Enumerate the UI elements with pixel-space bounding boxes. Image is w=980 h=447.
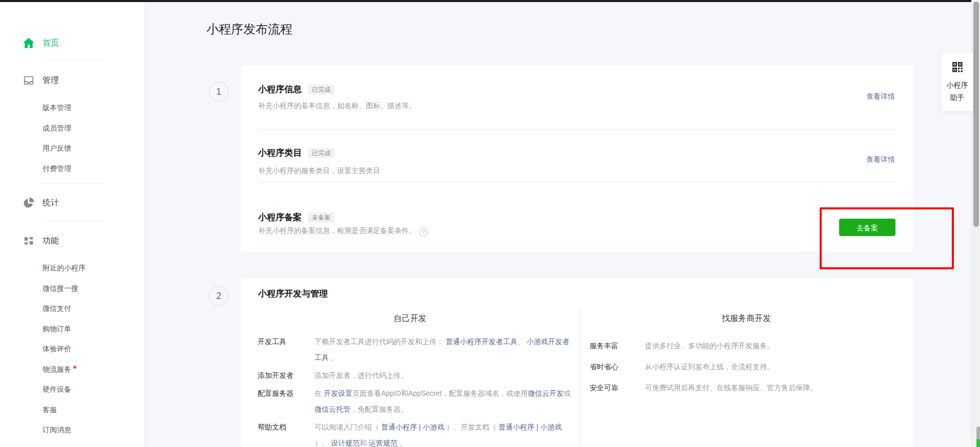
- status-badge: 已完成: [308, 84, 335, 95]
- sidebar-item-label: 用户反馈: [43, 144, 71, 152]
- row-label: 添加开发者: [258, 368, 315, 384]
- sidebar-item-label: 成员管理: [43, 124, 71, 132]
- sidebar-item-experience-review[interactable]: 体验评价: [0, 339, 144, 359]
- text: 、: [517, 337, 527, 346]
- sidebar-item-home[interactable]: 首页: [0, 33, 144, 53]
- sidebar-item-hardware-devices[interactable]: 硬件设备: [0, 379, 144, 400]
- row-description: 下载开发者工具进行代码的开发和上传： 普通小程序开发者工具、 小游戏开发者工具 …: [315, 334, 573, 366]
- sidebar-item-version-manage[interactable]: 版本管理: [0, 98, 144, 118]
- home-icon: [23, 37, 34, 49]
- text: ，免配置服务器。: [350, 405, 408, 413]
- scrollbar-thumb[interactable]: [973, 2, 979, 227]
- inbox-icon: [23, 75, 34, 86]
- docs-miniprogram-link[interactable]: 普通小程序: [498, 423, 534, 431]
- row-label: 帮助文档: [258, 419, 315, 447]
- text: 和: [360, 439, 369, 447]
- service-provider-rows: 服务丰富 提供多行业、多功能的小程序开发服务。 省时省心 从小程序认证到发布上线…: [590, 340, 897, 403]
- sidebar-item-subscribe-message[interactable]: 订阅消息: [0, 420, 144, 440]
- intro-minigame-link[interactable]: 小游戏: [423, 423, 444, 431]
- column-header-service-provider: 找服务商开发: [579, 313, 913, 324]
- divider: [43, 60, 105, 61]
- help-icon[interactable]: ?: [419, 228, 428, 237]
- section-info-title-row: 小程序信息 已完成: [258, 83, 335, 95]
- sidebar-item-label: 微信搜一搜: [43, 284, 78, 292]
- sidebar-item-label: 首页: [43, 38, 59, 49]
- operation-guidelines-link[interactable]: 运营规范: [369, 439, 398, 447]
- pie-chart-icon: [23, 197, 34, 208]
- miniprogram-devtools-link[interactable]: 普通小程序开发者工具: [446, 337, 517, 346]
- sidebar-item-label: 管理: [43, 75, 59, 86]
- qr-code-icon: [951, 60, 964, 76]
- row-add-developer: 添加开发者 添加开发者，进行代码上传。: [258, 368, 575, 384]
- publish-steps-card: 小程序信息 已完成 补充小程序的基本信息，如名称、图标、描述等。 查看详情 小程…: [241, 65, 913, 252]
- sidebar-item-label: 版本管理: [43, 103, 71, 112]
- sidebar-item-wechat-search[interactable]: 微信搜一搜: [0, 279, 144, 299]
- cloud-hosting-link[interactable]: 微信云托管: [315, 405, 350, 413]
- text: 可以阅读入门介绍（: [315, 423, 381, 431]
- row-help-docs: 帮助文档 可以阅读入门介绍（ 普通小程序 | 小游戏 ）、开发文档（ 普通小程序…: [258, 419, 575, 447]
- docs-minigame-link[interactable]: 小游戏: [540, 423, 562, 431]
- row-description: 从小程序认证到发布上线，全流程支持。: [645, 361, 774, 372]
- grid-icon: [23, 235, 34, 246]
- cloud-dev-link[interactable]: 微信云开发: [528, 389, 564, 397]
- section-beian-title-row: 小程序备案 未备案: [258, 211, 335, 223]
- section-description: 补充小程序的服务类目，设置主营类目: [258, 166, 380, 176]
- sidebar-item-paid-manage[interactable]: 付费管理: [0, 159, 144, 179]
- sidebar-item-wechat-pay[interactable]: 微信支付: [0, 299, 144, 319]
- sidebar-item-nearby-miniprogram[interactable]: 附近的小程序: [0, 258, 144, 279]
- view-details-link[interactable]: 查看详情: [866, 155, 895, 164]
- mini-program-console: 首页 管理 版本管理 成员管理 用户反馈 付费管理 统计 功能: [0, 0, 980, 447]
- divider: [43, 183, 105, 184]
- sidebar-item-label: 硬件设备: [43, 385, 71, 393]
- row-label: 安全可靠: [590, 382, 645, 393]
- separator: |: [417, 423, 423, 431]
- sidebar-item-customer-service[interactable]: 客服: [0, 400, 144, 420]
- text: 。: [398, 439, 407, 447]
- assistant-label-line1: 小程序: [942, 79, 973, 91]
- text: 或: [564, 389, 571, 397]
- row-safe-reliable: 安全可靠 可免费试用后再支付、在线客服响应、官方售后保障。: [590, 382, 897, 393]
- row-rich-service: 服务丰富 提供多行业、多功能的小程序开发服务。: [590, 340, 897, 351]
- separator: |: [534, 423, 540, 431]
- sidebar-item-label: 购物订单: [43, 325, 71, 333]
- sidebar-item-features[interactable]: 功能: [0, 230, 144, 251]
- sidebar-item-logistics-service[interactable]: 物流服务: [0, 359, 144, 380]
- row-description: 在 开发设置页面查看AppID和AppSecret，配置服务器域名，或使用微信云…: [315, 386, 573, 417]
- sidebar-item-statistics[interactable]: 统计: [0, 193, 144, 213]
- sidebar-item-label: 微信支付: [43, 304, 71, 312]
- sidebar-item-label: 附近的小程序: [43, 264, 86, 272]
- row-label: 配置服务器: [258, 386, 315, 417]
- row-description: 可以阅读入门介绍（ 普通小程序 | 小游戏 ）、开发文档（ 普通小程序 | 小游…: [315, 419, 573, 447]
- corner-floating-widget[interactable]: [976, 427, 980, 447]
- dev-settings-link[interactable]: 开发设置: [324, 389, 352, 397]
- section-description: 补充小程序的备案信息，检测是否满足备案条件。?: [258, 226, 428, 237]
- sidebar-item-manage[interactable]: 管理: [0, 70, 144, 91]
- sidebar-item-member-manage[interactable]: 成员管理: [0, 118, 144, 139]
- section-title: 小程序信息: [258, 83, 302, 95]
- divider: [258, 130, 896, 130]
- row-save-time: 省时省心 从小程序认证到发布上线，全流程支持。: [590, 361, 897, 372]
- intro-miniprogram-link[interactable]: 普通小程序: [381, 423, 417, 431]
- column-header-self-develop: 自己开发: [241, 313, 579, 324]
- column-divider: [579, 307, 580, 447]
- row-configure-server: 配置服务器 在 开发设置页面查看AppID和AppSecret，配置服务器域名，…: [258, 386, 575, 417]
- sidebar-item-user-feedback[interactable]: 用户反馈: [0, 138, 144, 159]
- row-description: 可免费试用后再支付、在线客服响应、官方售后保障。: [645, 382, 817, 393]
- sidebar-item-label: 客服: [43, 406, 57, 414]
- features-sub-list: 附近的小程序 微信搜一搜 微信支付 购物订单 体验评价 物流服务 硬件设备 客服…: [0, 258, 144, 440]
- beian-desc-text: 补充小程序的备案信息，检测是否满足备案条件。: [258, 226, 416, 235]
- new-badge-dot: [73, 366, 76, 369]
- sidebar-item-shopping-orders[interactable]: 购物订单: [0, 319, 144, 339]
- status-badge: 未备案: [308, 212, 335, 223]
- section-category-title-row: 小程序类目 已完成: [258, 147, 335, 159]
- go-beian-button[interactable]: 去备案: [839, 219, 895, 236]
- step-2-number: 2: [209, 286, 228, 306]
- sidebar-item-label: 物流服务: [43, 365, 71, 373]
- row-description: 提供多行业、多功能的小程序开发服务。: [645, 340, 774, 351]
- text: 页面查看AppID和AppSecret，配置服务器域名，或使用: [352, 389, 528, 397]
- view-details-link[interactable]: 查看详情: [866, 92, 895, 101]
- design-guidelines-link[interactable]: 设计规范: [331, 439, 360, 447]
- row-label: 省时省心: [590, 361, 645, 372]
- miniprogram-assistant-panel[interactable]: 小程序 助手: [942, 53, 973, 112]
- row-label: 开发工具: [258, 334, 315, 366]
